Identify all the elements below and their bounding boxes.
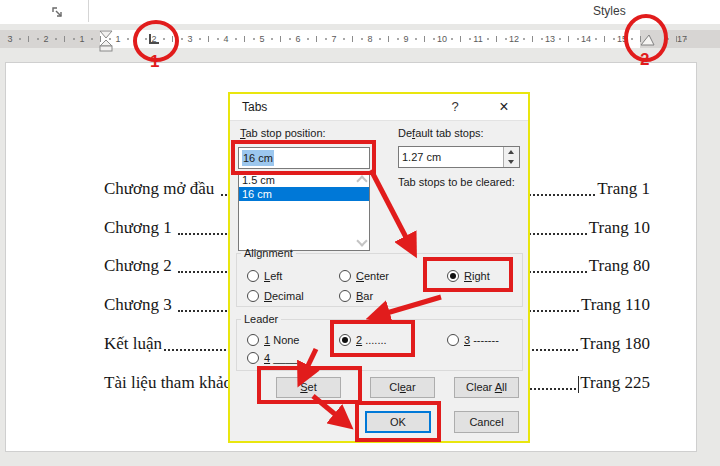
ruler-tick <box>460 36 461 42</box>
radio-left[interactable]: Left <box>247 269 282 283</box>
radio-circle <box>247 352 259 364</box>
ruler-tick <box>559 38 561 40</box>
ok-button[interactable]: OK <box>365 411 431 433</box>
clear-button[interactable]: Clear <box>370 377 435 398</box>
radio-circle <box>339 290 351 302</box>
ruler-tick <box>127 38 129 40</box>
horizontal-ruler[interactable]: 32112345678910111213141517 <box>0 30 720 48</box>
ruler-tick <box>505 38 507 40</box>
radio-circle-checked <box>339 334 351 346</box>
radio-circle <box>447 334 459 346</box>
radio-center[interactable]: Center <box>339 269 389 283</box>
ruler-tick <box>676 36 677 42</box>
ruler-tick <box>685 38 687 40</box>
ruler-number: 7 <box>331 34 336 44</box>
titlebar-separator <box>230 120 528 121</box>
right-tab-stop-marker[interactable] <box>639 34 655 46</box>
radio-decimal[interactable]: Decimal <box>247 289 304 303</box>
alignment-legend: Alignment <box>241 247 296 259</box>
ruler-tick <box>577 38 579 40</box>
ruler-number: 1 <box>79 34 84 44</box>
ruler-tick <box>361 38 363 40</box>
tab-stop-position-label: Tab stop position: <box>240 127 326 139</box>
dialog-title: Tabs <box>242 100 267 114</box>
help-icon[interactable]: ? <box>438 94 472 120</box>
leader-legend: Leader <box>241 313 281 325</box>
toc-page-number: Trang 1 <box>597 179 650 199</box>
radio-left-label: Left <box>264 270 282 282</box>
radio-leader-dashes[interactable]: 3 ------- <box>447 333 499 347</box>
ruler-tick <box>613 38 615 40</box>
tab-stop-list-item[interactable]: 16 cm <box>239 187 369 201</box>
ruler-tick <box>631 38 633 40</box>
ruler-tick <box>253 38 255 40</box>
close-icon[interactable]: × <box>482 94 526 120</box>
ruler-tick <box>667 38 669 40</box>
spinner-down-button[interactable] <box>504 157 519 167</box>
radio-leader-dashes-label: 3 ------- <box>464 334 499 346</box>
ruler-tick <box>289 38 291 40</box>
ruler-number: 10 <box>437 34 447 44</box>
ruler-tick <box>352 36 353 42</box>
ruler-tick <box>451 38 453 40</box>
radio-bar[interactable]: Bar <box>339 289 373 303</box>
text-cursor <box>578 376 579 393</box>
tab-stop-position-input[interactable]: 16 cm <box>238 147 370 169</box>
radio-decimal-label: Decimal <box>264 290 304 302</box>
ruler-number: 3 <box>187 34 192 44</box>
radio-circle <box>247 270 259 282</box>
radio-right[interactable]: Right <box>447 269 490 283</box>
toc-page-number: Trang 80 <box>589 256 650 276</box>
toc-title: Kết luận <box>104 334 162 354</box>
dialog-titlebar[interactable]: Tabs ? × <box>230 94 528 120</box>
ruler-tick <box>469 38 471 40</box>
ruler-tick <box>73 38 75 40</box>
radio-leader-none[interactable]: 1 None <box>247 333 299 347</box>
toc-title: Chương mở đầu <box>104 179 219 199</box>
ruler-tick <box>244 36 245 42</box>
ruler-number: 11 <box>473 34 482 44</box>
ruler-tick <box>325 38 327 40</box>
ruler-number: 9 <box>403 34 408 44</box>
listbox-scrollbar[interactable] <box>354 172 369 250</box>
tab-stop-list-item[interactable]: 1.5 cm <box>239 173 369 187</box>
ruler-number: 5 <box>259 34 264 44</box>
ruler-number: 8 <box>367 34 372 44</box>
clear-all-button[interactable]: Clear All <box>454 377 519 398</box>
tab-stops-cleared-label: Tab stops to be cleared: <box>398 176 515 188</box>
selected-input-text: 16 cm <box>242 150 274 166</box>
tab-stop-listbox[interactable]: 1.5 cm16 cm <box>238 171 370 251</box>
ruler-tick <box>217 38 219 40</box>
radio-bar-label: Bar <box>356 290 373 302</box>
radio-circle <box>247 334 259 346</box>
dialog-launcher-icon[interactable] <box>52 7 65 20</box>
ruler-tick <box>424 36 425 42</box>
ruler-tick <box>343 38 345 40</box>
default-tab-stops-spinner[interactable]: 1.27 cm <box>398 146 520 168</box>
styles-group-label: Styles <box>593 4 626 18</box>
radio-center-label: Center <box>356 270 389 282</box>
toc-title: Tài liệu tham khảo <box>104 373 232 393</box>
ruler-tick <box>172 36 173 42</box>
left-tab-stop-marker[interactable] <box>149 34 159 44</box>
radio-leader-dots-label: 2 ....... <box>356 334 387 346</box>
ruler-tick <box>235 38 237 40</box>
scroll-down-icon[interactable] <box>356 235 367 246</box>
ruler-tick <box>91 38 93 40</box>
ruler-tick <box>19 38 21 40</box>
indent-markers[interactable] <box>98 30 114 52</box>
ruler-tick <box>316 36 317 42</box>
ruler-tick <box>523 38 525 40</box>
ruler-tick <box>541 38 543 40</box>
ruler-tick <box>37 38 39 40</box>
spinner-buttons <box>503 147 519 167</box>
set-button[interactable]: Set <box>276 377 341 398</box>
radio-leader-underline-label: 4 ____ <box>264 352 298 364</box>
ruler-tick <box>388 36 389 42</box>
scroll-up-icon[interactable] <box>356 175 367 186</box>
radio-leader-dots[interactable]: 2 ....... <box>339 333 387 347</box>
cancel-button[interactable]: Cancel <box>454 411 519 433</box>
default-tab-stops-value: 1.27 cm <box>402 151 441 163</box>
radio-leader-underline[interactable]: 4 ____ <box>247 351 298 365</box>
ruler-tick <box>28 36 29 42</box>
